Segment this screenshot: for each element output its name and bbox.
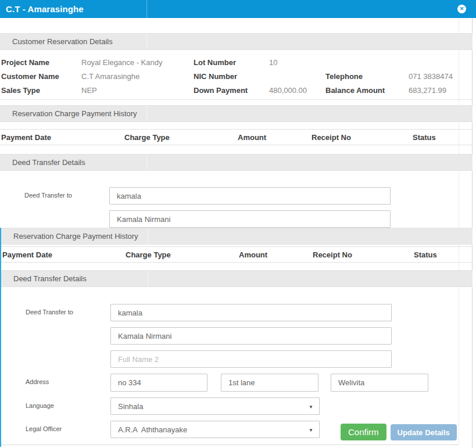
address-label: Address [1, 374, 110, 385]
close-button[interactable]: ✕ [457, 5, 466, 13]
detail-row: Project Name Royal Elegance - Kandy Lot … [1, 55, 473, 69]
section-title: Reservation Charge Payment History [13, 232, 138, 241]
form-row: Deed Transfer to [1, 304, 473, 321]
detail-value: NEP [81, 86, 194, 95]
detail-value: Royal Elegance - Kandy [81, 58, 194, 67]
deed-transfer-to-label: Deed Transfer to [0, 187, 109, 199]
legal-officer-label: Legal Officer [1, 421, 110, 432]
section-header-payment-history: Reservation Charge Payment History [1, 228, 473, 245]
column-header: Charge Type [126, 250, 239, 259]
lower-section-group: Reservation Charge Payment History Payme… [0, 228, 473, 447]
chevron-down-icon: ▼ [309, 404, 313, 410]
column-header: Status [413, 133, 473, 142]
legal-officer-row: Legal Officer A.R.A Aththanayake ▼ Confi… [1, 421, 473, 440]
address-line-2-input[interactable] [221, 374, 318, 392]
detail-label: Customer Name [1, 72, 81, 81]
column-header: Payment Date [2, 250, 126, 259]
detail-label: Telephone [325, 72, 409, 81]
section-title: Deed Transfer Details [12, 158, 85, 167]
deed-transfer-form-1: Deed Transfer to [0, 187, 473, 228]
detail-row: Customer Name C.T Amarasinghe NIC Number… [1, 69, 473, 83]
titlebar-divider [146, 0, 147, 18]
address-line-1-input[interactable] [110, 374, 207, 392]
form-row [1, 327, 473, 345]
column-header: Status [414, 250, 473, 259]
detail-label: NIC Number [194, 72, 269, 81]
modal-content: Customer Reservation Details Project Nam… [0, 18, 473, 447]
language-label: Language [1, 397, 110, 409]
column-header: Amount [239, 250, 313, 259]
column-header: Charge Type [124, 133, 238, 142]
detail-label: Project Name [1, 58, 81, 67]
column-header: Receipt No [313, 250, 414, 259]
spacer-label [1, 327, 110, 332]
payment-history-table-header: Payment Date Charge Type Amount Receipt … [1, 246, 473, 263]
deed-transfer-to-label: Deed Transfer to [1, 304, 110, 316]
legal-officer-selected-value: A.R.A Aththanayake [118, 425, 187, 434]
section-header-deed-transfer: Deed Transfer Details [0, 154, 473, 171]
modal-title: C.T - Amarasinghe [0, 4, 84, 14]
full-name-2-input[interactable] [110, 327, 392, 345]
detail-value: 071 3838474 [409, 72, 473, 81]
detail-row: Sales Type NEP Down Payment 480,000.00 B… [1, 83, 473, 97]
address-row: Address [1, 374, 473, 392]
detail-value: C.T Amarasinghe [81, 72, 194, 81]
full-name-1-input[interactable] [110, 304, 392, 321]
section-header-deed-transfer: Deed Transfer Details [1, 270, 473, 287]
section-header-payment-history: Reservation Charge Payment History [0, 105, 473, 122]
address-line-3-input[interactable] [331, 374, 428, 392]
update-details-button[interactable]: Update Details [391, 424, 457, 440]
detail-label: Sales Type [1, 86, 81, 95]
spacer-label [1, 350, 110, 355]
detail-label: Balance Amount [325, 86, 409, 95]
legal-officer-select[interactable]: A.R.A Aththanayake ▼ [110, 421, 320, 438]
language-selected-value: Sinhala [118, 402, 143, 411]
column-header: Payment Date [1, 133, 124, 142]
modal-titlebar: C.T - Amarasinghe ✕ [0, 0, 476, 18]
section-title: Customer Reservation Details [12, 37, 113, 46]
language-select[interactable]: Sinhala ▼ [110, 397, 320, 415]
payment-history-table-header: Payment Date Charge Type Amount Receipt … [0, 129, 473, 145]
form-row [0, 210, 473, 228]
full-name-3-input[interactable] [110, 350, 392, 368]
deed-transfer-form-2: Deed Transfer to Address [1, 304, 473, 440]
form-row: Deed Transfer to [0, 187, 473, 205]
full-name-2-input[interactable] [109, 210, 391, 228]
spacer-label [0, 210, 109, 215]
detail-label: Lot Number [194, 58, 269, 67]
form-row [1, 350, 473, 368]
full-name-1-input[interactable] [109, 187, 391, 205]
customer-details-grid: Project Name Royal Elegance - Kandy Lot … [0, 55, 473, 100]
detail-value: 10 [269, 58, 325, 67]
section-title: Reservation Charge Payment History [12, 109, 137, 118]
detail-value: 480,000.00 [269, 86, 325, 95]
language-row: Language Sinhala ▼ [1, 397, 473, 415]
detail-label: Down Payment [194, 86, 269, 95]
reservation-modal: C.T - Amarasinghe ✕ Customer Reservation… [0, 0, 476, 448]
confirm-button[interactable]: Confirm [341, 424, 386, 440]
chevron-down-icon: ▼ [309, 428, 313, 433]
section-title: Deed Transfer Details [13, 274, 87, 283]
close-icon: ✕ [460, 6, 464, 12]
section-header-customer-reservation: Customer Reservation Details [0, 33, 473, 50]
column-header: Receipt No [312, 133, 413, 142]
column-header: Amount [238, 133, 312, 142]
detail-value: 683,271.99 [409, 86, 473, 95]
